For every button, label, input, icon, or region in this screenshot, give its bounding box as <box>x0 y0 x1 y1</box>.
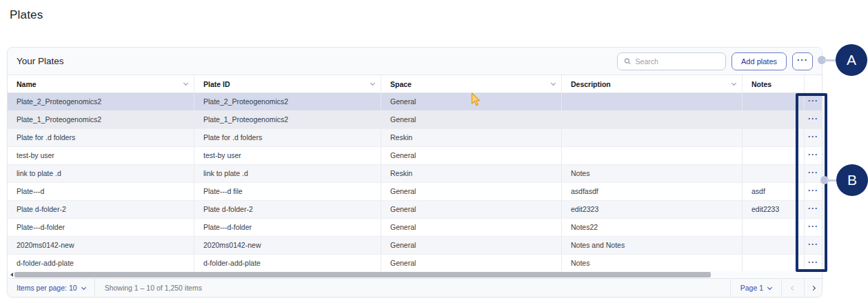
cell-description <box>562 93 743 110</box>
table-row[interactable]: test-by usertest-by userGeneral··· <box>8 147 822 165</box>
cell-plate-id: Plate for .d folders <box>194 129 381 146</box>
column-header-description[interactable]: Description <box>562 75 743 92</box>
next-page-button[interactable] <box>804 279 822 297</box>
items-per-page-value: 10 <box>69 284 77 292</box>
add-plates-button[interactable]: Add plates <box>731 52 787 70</box>
column-header-label: Notes <box>751 80 798 88</box>
table-header-row: NamePlate IDSpaceDescriptionNotes <box>8 75 822 93</box>
cell-notes <box>743 93 805 110</box>
cell-plate-id: Plate_2_Proteogenomics2 <box>194 93 381 110</box>
scrollbar-thumb[interactable] <box>14 272 711 277</box>
more-actions-button[interactable]: ··· <box>792 52 813 70</box>
row-more-actions-button[interactable]: ··· <box>808 115 818 123</box>
column-header-space[interactable]: Space <box>381 75 562 92</box>
cell-space: General <box>381 237 562 254</box>
search-input[interactable] <box>636 57 719 66</box>
search-input-wrapper[interactable] <box>617 52 726 70</box>
row-more-actions-button[interactable]: ··· <box>808 240 818 248</box>
column-header-plate-id[interactable]: Plate ID <box>194 75 381 92</box>
cell-name: Plate_1_Proteogenomics2 <box>8 111 194 128</box>
horizontal-scrollbar[interactable] <box>8 271 822 278</box>
row-actions-cell: ··· <box>805 201 822 218</box>
row-actions-cell: ··· <box>805 129 822 146</box>
cell-name: test-by user <box>8 147 194 164</box>
callout-a-badge: A <box>836 44 867 76</box>
column-header-name[interactable]: Name <box>8 75 194 92</box>
cell-description: Notes and Notes <box>562 237 743 254</box>
table-row[interactable]: Plate_2_Proteogenomics2Plate_2_Proteogen… <box>8 93 822 111</box>
row-more-actions-button[interactable]: ··· <box>808 186 818 195</box>
cell-description: Notes <box>562 255 743 272</box>
cell-space: General <box>381 201 562 218</box>
cell-space: General <box>381 111 562 128</box>
cell-notes: asdf <box>743 183 805 200</box>
column-header-notes: Notes <box>743 75 805 92</box>
cell-notes: edit2233 <box>743 201 805 218</box>
row-more-actions-button[interactable]: ··· <box>808 133 818 141</box>
cell-plate-id: Plate---d file <box>194 183 381 200</box>
row-actions-cell: ··· <box>805 237 822 254</box>
cell-notes <box>743 255 805 272</box>
pagination-bar: Items per page: 10 Showing 1 – 10 of 1,2… <box>8 278 822 297</box>
cell-space: Reskin <box>381 129 562 146</box>
row-actions-cell: ··· <box>805 111 822 128</box>
row-actions-cell: ··· <box>805 255 822 272</box>
column-header-label: Space <box>390 80 552 88</box>
row-more-actions-button[interactable]: ··· <box>808 222 818 231</box>
table-row[interactable]: Plate---d-folderPlate---d-folderGeneralN… <box>8 219 822 237</box>
cell-description <box>562 147 743 164</box>
chevron-down-icon <box>767 284 772 289</box>
page-title: Plates <box>10 8 43 22</box>
chevron-down-icon <box>731 81 736 86</box>
table-row[interactable]: Plate_1_Proteogenomics2Plate_1_Proteogen… <box>8 111 822 129</box>
column-header-label: Plate ID <box>203 80 371 88</box>
cell-space: General <box>381 147 562 164</box>
panel-header: Your Plates Add plates ··· <box>8 48 822 75</box>
cell-notes <box>743 129 805 146</box>
chevron-left-icon <box>790 285 795 290</box>
page-select[interactable]: Page 1 <box>730 279 781 297</box>
cell-plate-id: test-by user <box>194 147 381 164</box>
chevron-down-icon <box>81 284 86 289</box>
column-header-label: Name <box>17 80 184 88</box>
cell-name: Plate d-folder-2 <box>8 201 194 218</box>
cell-name: 2020ms0142-new <box>8 237 194 254</box>
scroll-left-arrow-icon[interactable] <box>10 273 13 277</box>
table-body: Plate_2_Proteogenomics2Plate_2_Proteogen… <box>8 93 822 273</box>
page-select-label: Page 1 <box>740 284 763 292</box>
chevron-right-icon <box>811 285 816 290</box>
plates-panel: Your Plates Add plates ··· NamePlate IDS… <box>7 47 822 297</box>
row-actions-cell: ··· <box>805 147 822 164</box>
cell-space: Reskin <box>381 165 562 182</box>
ellipsis-icon: ··· <box>797 55 808 64</box>
page: Plates Your Plates Add plates ··· NamePl… <box>0 0 868 303</box>
panel-title: Your Plates <box>17 56 64 66</box>
cell-space: General <box>381 183 562 200</box>
table-row[interactable]: d-folder-add-plated-folder-add-plateGene… <box>8 255 822 273</box>
cell-space: General <box>381 219 562 236</box>
items-per-page-select[interactable]: Items per page: 10 <box>8 279 95 297</box>
cell-plate-id: link to plate .d <box>194 165 381 182</box>
cell-description: Notes <box>562 165 743 182</box>
cell-description: edit2323 <box>562 201 743 218</box>
table-row[interactable]: Plate d-folder-2Plate d-folder-2Generale… <box>8 201 822 219</box>
cell-space: General <box>381 93 562 110</box>
table-row[interactable]: 2020ms0142-new2020ms0142-newGeneralNotes… <box>8 237 822 255</box>
row-more-actions-button[interactable]: ··· <box>808 97 818 105</box>
cell-notes <box>743 219 805 236</box>
table-row[interactable]: Plate---dPlate---d fileGeneralasdfasdfas… <box>8 183 822 201</box>
table-row[interactable]: Plate for .d foldersPlate for .d folders… <box>8 129 822 147</box>
column-header-label: Description <box>571 80 732 88</box>
row-more-actions-button[interactable]: ··· <box>808 150 818 159</box>
row-more-actions-button[interactable]: ··· <box>808 204 818 213</box>
row-more-actions-button[interactable]: ··· <box>808 168 818 177</box>
cell-space: General <box>381 255 562 272</box>
table-row[interactable]: link to plate .dlink to plate .dReskinNo… <box>8 165 822 183</box>
cell-name: Plate_2_Proteogenomics2 <box>8 93 194 110</box>
row-more-actions-button[interactable]: ··· <box>808 258 818 266</box>
previous-page-button[interactable] <box>781 279 804 297</box>
row-actions-cell: ··· <box>805 165 822 182</box>
cell-name: Plate---d-folder <box>8 219 194 236</box>
cell-description <box>562 111 743 128</box>
items-per-page-label: Items per page: <box>17 284 67 292</box>
